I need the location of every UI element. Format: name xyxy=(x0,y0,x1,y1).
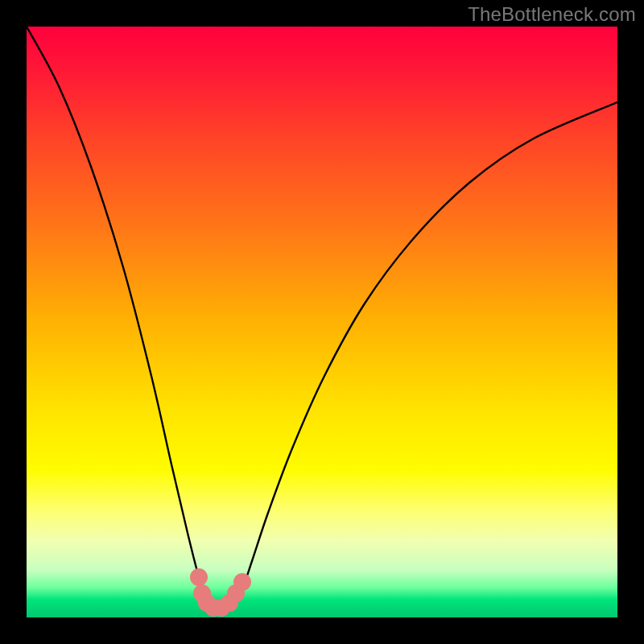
curve-marker xyxy=(233,573,251,591)
curve-markers xyxy=(190,568,251,617)
bottleneck-chart xyxy=(27,27,617,617)
chart-plot-area xyxy=(27,27,617,617)
watermark-text: TheBottleneck.com xyxy=(468,3,636,26)
curve-marker xyxy=(190,568,208,586)
bottleneck-curve-line xyxy=(27,27,617,610)
